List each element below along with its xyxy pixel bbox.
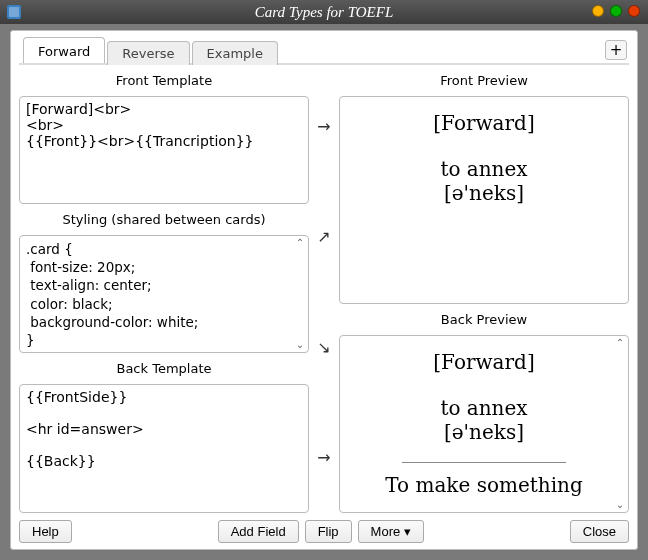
- front-preview-label: Front Preview: [339, 71, 629, 90]
- scroll-up-icon[interactable]: ⌃: [296, 238, 304, 248]
- more-button[interactable]: More ▾: [358, 520, 424, 543]
- back-template-label: Back Template: [19, 359, 309, 378]
- add-card-type-button[interactable]: +: [605, 40, 627, 60]
- styling-scrollbar[interactable]: ⌃ ⌄: [294, 238, 306, 350]
- flip-button[interactable]: Flip: [305, 520, 352, 543]
- tab-reverse[interactable]: Reverse: [107, 41, 189, 65]
- front-preview-tag: [Forward]: [348, 111, 620, 135]
- app-icon: [6, 4, 22, 20]
- back-template-field[interactable]: [19, 384, 309, 513]
- button-bar: Help Add Field Flip More ▾ Close: [19, 513, 629, 543]
- front-template-textarea[interactable]: [20, 97, 308, 203]
- scroll-down-icon[interactable]: ⌄: [616, 500, 624, 510]
- front-template-field[interactable]: [19, 96, 309, 204]
- arrow-back: →: [317, 448, 330, 467]
- card-type-tabs: Forward Reverse Example +: [19, 39, 629, 65]
- window-maximize-button[interactable]: [610, 5, 622, 17]
- window-controls: [592, 5, 640, 17]
- window-titlebar: Card Types for TOEFL: [0, 0, 648, 24]
- dialog-body: Forward Reverse Example + Front Template…: [10, 30, 638, 550]
- back-preview-answer: To make something: [348, 473, 620, 497]
- arrow-styling-down: ↘: [317, 338, 330, 357]
- window-close-button[interactable]: [628, 5, 640, 17]
- back-preview-word: to annex: [348, 396, 620, 420]
- tab-example[interactable]: Example: [192, 41, 278, 65]
- template-arrows: → ↗ ↘ →: [315, 71, 333, 513]
- back-preview-label: Back Preview: [339, 310, 629, 329]
- back-template-textarea[interactable]: [20, 385, 308, 512]
- add-field-button[interactable]: Add Field: [218, 520, 299, 543]
- front-template-label: Front Template: [19, 71, 309, 90]
- window-minimize-button[interactable]: [592, 5, 604, 17]
- close-button[interactable]: Close: [570, 520, 629, 543]
- back-preview-tag: [Forward]: [348, 350, 620, 374]
- tab-forward[interactable]: Forward: [23, 37, 105, 63]
- svg-rect-1: [9, 7, 19, 17]
- front-preview-ipa: [ə'neks]: [348, 181, 620, 205]
- arrow-styling-up: ↗: [317, 227, 330, 246]
- styling-label: Styling (shared between cards): [19, 210, 309, 229]
- answer-divider: [402, 462, 565, 463]
- back-preview-pane: [Forward] to annex [ə'neks] To make some…: [339, 335, 629, 513]
- window-title: Card Types for TOEFL: [255, 4, 394, 21]
- styling-field[interactable]: ⌃ ⌄: [19, 235, 309, 353]
- styling-textarea[interactable]: [20, 236, 308, 352]
- help-button[interactable]: Help: [19, 520, 72, 543]
- front-preview-word: to annex: [348, 157, 620, 181]
- arrow-front: →: [317, 117, 330, 136]
- back-preview-ipa: [ə'neks]: [348, 420, 620, 444]
- front-preview-pane: [Forward] to annex [ə'neks]: [339, 96, 629, 304]
- scroll-up-icon[interactable]: ⌃: [616, 338, 624, 348]
- scroll-down-icon[interactable]: ⌄: [296, 340, 304, 350]
- back-preview-scrollbar[interactable]: ⌃ ⌄: [614, 338, 626, 510]
